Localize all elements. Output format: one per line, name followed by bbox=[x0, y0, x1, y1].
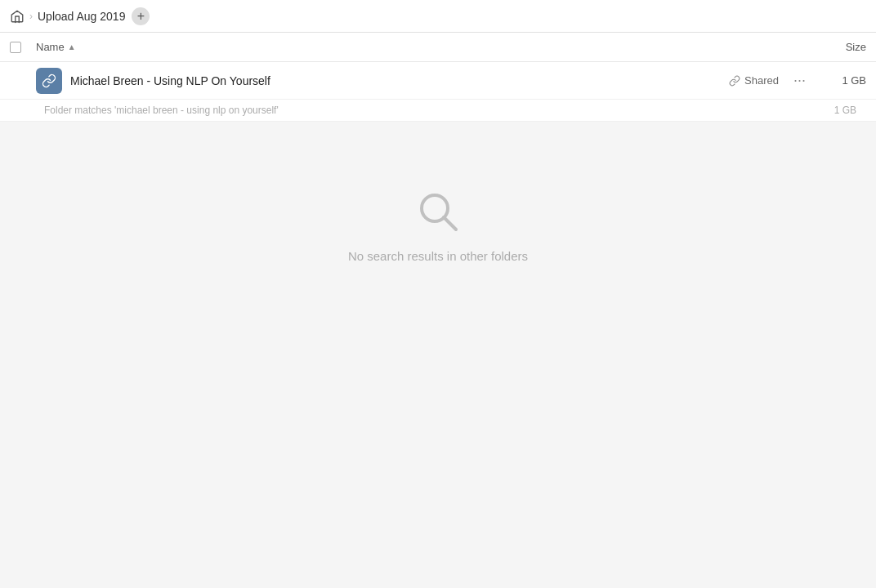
folder-match-size: 1 GB bbox=[834, 105, 856, 116]
breadcrumb-arrow: › bbox=[29, 11, 33, 22]
add-button[interactable]: + bbox=[132, 7, 150, 25]
table-header: Name ▲ Size bbox=[0, 33, 876, 62]
shared-label: Shared bbox=[744, 74, 779, 87]
shared-indicator: Shared bbox=[729, 74, 779, 87]
file-row[interactable]: Michael Breen - Using NLP On Yourself Sh… bbox=[0, 62, 876, 100]
top-bar: › Upload Aug 2019 + bbox=[0, 0, 876, 33]
no-results-icon bbox=[413, 187, 463, 236]
no-results-text: No search results in other folders bbox=[348, 249, 528, 263]
folder-match-row: Folder matches 'michael breen - using nl… bbox=[0, 100, 876, 122]
name-label: Name bbox=[36, 41, 65, 53]
header-checkbox[interactable] bbox=[10, 42, 36, 53]
select-all-checkbox[interactable] bbox=[10, 42, 21, 53]
home-button[interactable] bbox=[10, 9, 25, 24]
svg-line-1 bbox=[444, 217, 456, 229]
sort-arrow: ▲ bbox=[68, 42, 76, 51]
file-size: 1 GB bbox=[817, 74, 866, 87]
file-name: Michael Breen - Using NLP On Yourself bbox=[70, 74, 729, 87]
breadcrumb-label: Upload Aug 2019 bbox=[38, 10, 125, 23]
link-icon bbox=[729, 75, 740, 87]
size-column-header: Size bbox=[817, 41, 866, 53]
folder-match-text: Folder matches 'michael breen - using nl… bbox=[44, 105, 834, 116]
file-icon bbox=[36, 68, 62, 94]
no-results-area: No search results in other folders bbox=[0, 122, 876, 312]
name-column-header[interactable]: Name ▲ bbox=[36, 41, 817, 53]
more-options-button[interactable]: ··· bbox=[789, 69, 811, 92]
